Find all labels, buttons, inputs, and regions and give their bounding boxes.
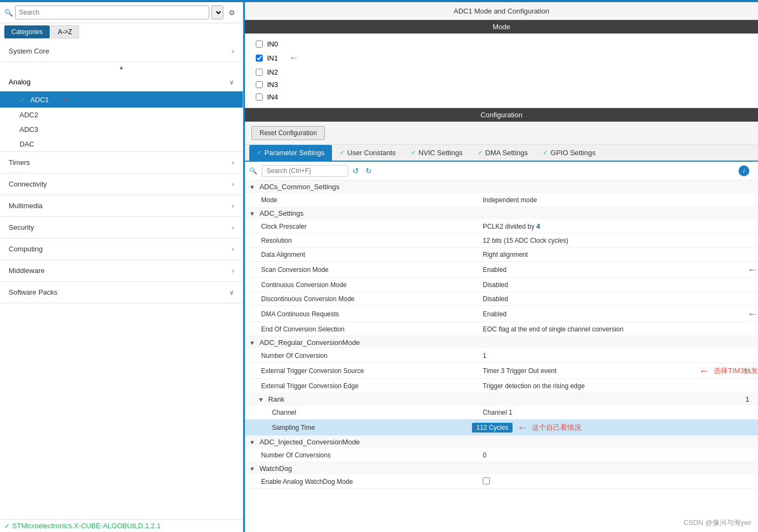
tab-categories[interactable]: Categories [4, 25, 50, 38]
checkbox-in4[interactable] [256, 94, 263, 101]
param-value-ext-trigger-edge: Trigger detection on the rising edge [472, 382, 758, 390]
check-icon-nvic: ✓ [411, 149, 416, 156]
sidebar-item-dac[interactable]: DAC [0, 137, 243, 151]
search-input[interactable] [15, 5, 209, 19]
param-row-number-of-conversion: Number Of Conversion 1 [245, 349, 758, 363]
param-value-data-alignment: Right alignment [472, 251, 758, 258]
sidebar-section-multimedia: Multimedia › [0, 195, 243, 217]
panel-title: ADC1 Mode and Configuration [245, 2, 758, 20]
tab-nvic-settings[interactable]: ✓ NVIC Settings [403, 145, 470, 161]
param-name-sampling-time: Sampling Time [245, 424, 472, 431]
checkbox-in0[interactable] [256, 41, 263, 48]
param-value-clock-prescaler: PCLK2 divided by 4 [472, 222, 758, 230]
check-icon-param: ✓ [257, 149, 262, 156]
params-table: ▼ ADCs_Common_Settings Mode Independent … [245, 181, 758, 532]
check-icon: ✓ [19, 96, 25, 104]
check-icon-dma: ✓ [478, 149, 483, 156]
sidebar-item-computing[interactable]: Computing › [0, 238, 243, 260]
config-search-bar: 🔍 ↺ ↻ i [245, 162, 758, 181]
sidebar-item-timers[interactable]: Timers › [0, 152, 243, 173]
sidebar-footer: ✓ STMicroelectronics.X-CUBE-ALGOBUILD.1.… [0, 519, 243, 532]
tab-az[interactable]: A->Z [51, 25, 79, 38]
group-adc-regular-conversion[interactable]: ▼ ADC_Regular_ConversionMode [245, 336, 758, 349]
trigger-source-arrow: ← [699, 364, 709, 377]
param-row-continuous-conversion-mode: Continuous Conversion Mode Disabled [245, 278, 758, 292]
sidebar-item-adc3[interactable]: ADC3 [0, 122, 243, 137]
param-name-data-alignment: Data Alignment [245, 251, 472, 258]
param-value-watchdog-mode [472, 477, 758, 486]
sidebar-item-adc2[interactable]: ADC2 [0, 108, 243, 122]
param-row-resolution: Resolution 12 bits (15 ADC Clock cycles) [245, 234, 758, 248]
checkbox-in1[interactable] [256, 55, 263, 62]
param-value-mode: Independent mode [472, 196, 758, 204]
watchdog-checkbox[interactable] [483, 477, 490, 484]
group-collapse-icon: ▼ [249, 184, 255, 190]
sidebar-item-security[interactable]: Security › [0, 217, 243, 238]
tab-user-constants[interactable]: ✓ User Constants [332, 145, 403, 161]
param-name-watchdog-mode: Enable Analog WatchDog Mode [245, 478, 472, 486]
param-name-ext-trigger-edge: External Trigger Conversion Edge [245, 382, 472, 390]
config-header: Configuration [245, 108, 758, 122]
scroll-up-indicator: ▲ [0, 62, 243, 72]
param-row-scan-conversion-mode: Scan Conversion Mode Enabled ← [245, 262, 758, 278]
param-name-mode: Mode [245, 196, 472, 204]
chevron-right-icon-multimedia: › [232, 202, 234, 210]
param-name-ext-trigger-source: External Trigger Conversion Source [245, 367, 472, 375]
chevron-right-icon: › [232, 48, 234, 55]
reset-configuration-button[interactable]: Reset Configuration [251, 126, 325, 140]
group-adc-injected-conversion[interactable]: ▼ ADC_Injected_ConversionMode [245, 436, 758, 448]
tab-dma-settings[interactable]: ✓ DMA Settings [470, 145, 536, 161]
tab-bar: Categories A->Z [0, 23, 243, 41]
search-next-icon[interactable]: ↻ [365, 167, 372, 175]
param-name-channel: Channel [245, 409, 472, 416]
group-adc-settings[interactable]: ▼ ADC_Settings [245, 207, 758, 220]
sampling-annotation: 这个自己看情况 [532, 423, 581, 433]
sidebar-section-computing: Computing › [0, 238, 243, 260]
sidebar-section-software-packs: Software Packs ∨ [0, 282, 243, 303]
tab-gpio-settings[interactable]: ✓ GPIO Settings [535, 145, 603, 161]
param-search-input[interactable] [262, 165, 348, 177]
param-row-data-alignment: Data Alignment Right alignment [245, 248, 758, 262]
mode-content: IN0 IN1 ← IN2 IN3 [245, 34, 758, 108]
checkbox-IN4: IN4 [256, 91, 747, 103]
config-section: Configuration Reset Configuration ✓ Para… [245, 108, 758, 532]
param-name-scan-conversion-mode: Scan Conversion Mode [245, 266, 472, 274]
sidebar-item-multimedia[interactable]: Multimedia › [0, 195, 243, 216]
param-name-clock-prescaler: Clock Prescaler [245, 223, 472, 230]
trigger-annotation: 选择TIM3触发 [714, 366, 758, 376]
sidebar-section-timers: Timers › [0, 152, 243, 174]
sidebar-section-analog: ▲ Analog ∨ ✓ ADC1 ← ADC2 [0, 62, 243, 152]
tab-parameter-settings[interactable]: ✓ Parameter Settings [249, 145, 332, 161]
scan-mode-arrow: ← [747, 263, 758, 276]
param-value-number-of-conversion: 1 [472, 352, 758, 360]
search-prev-icon[interactable]: ↺ [353, 167, 359, 175]
group-collapse-icon-rank: ▼ [258, 396, 264, 403]
group-rank[interactable]: ▼ Rank 1 [245, 393, 758, 405]
search-dropdown[interactable] [211, 5, 223, 19]
chevron-right-icon-computing: › [232, 245, 234, 253]
group-adcs-common-settings[interactable]: ▼ ADCs_Common_Settings [245, 181, 758, 193]
group-watchdog[interactable]: ▼ WatchDog [245, 462, 758, 475]
param-row-channel: Channel Channel 1 [245, 405, 758, 420]
checkbox-in3[interactable] [256, 81, 263, 88]
checkbox-IN0: IN0 [256, 38, 747, 50]
sidebar-item-software-packs[interactable]: Software Packs ∨ [0, 282, 243, 303]
sidebar-section-system-core: System Core › [0, 41, 243, 62]
sidebar-item-system-core[interactable]: System Core › [0, 41, 243, 62]
chevron-right-icon-middleware: › [232, 267, 234, 275]
checkbox-IN2: IN2 [256, 66, 747, 78]
gear-icon[interactable]: ⚙ [225, 6, 238, 19]
analog-items-list: ✓ ADC1 ← ADC2 ADC3 DAC [0, 91, 243, 151]
mode-section: Mode IN0 IN1 ← IN2 [245, 20, 758, 108]
checkbox-in2[interactable] [256, 69, 263, 76]
sidebar-content: System Core › ▲ Analog ∨ ✓ ADC1 [0, 41, 243, 519]
sidebar-item-connectivity[interactable]: Connectivity › [0, 174, 243, 195]
param-row-ext-trigger-source: External Trigger Conversion Source Timer… [245, 363, 758, 379]
right-panel: ADC1 Mode and Configuration Mode IN0 IN1… [245, 2, 758, 532]
sidebar-item-middleware[interactable]: Middleware › [0, 260, 243, 281]
sidebar-item-analog[interactable]: Analog ∨ [0, 72, 243, 91]
chevron-down-icon-softpacks: ∨ [229, 289, 234, 296]
sidebar-item-adc1[interactable]: ✓ ADC1 ← [0, 91, 243, 108]
param-name-discontinuous-conversion-mode: Discontinuous Conversion Mode [245, 295, 472, 303]
param-value-scan-conversion-mode: Enabled [472, 266, 747, 274]
